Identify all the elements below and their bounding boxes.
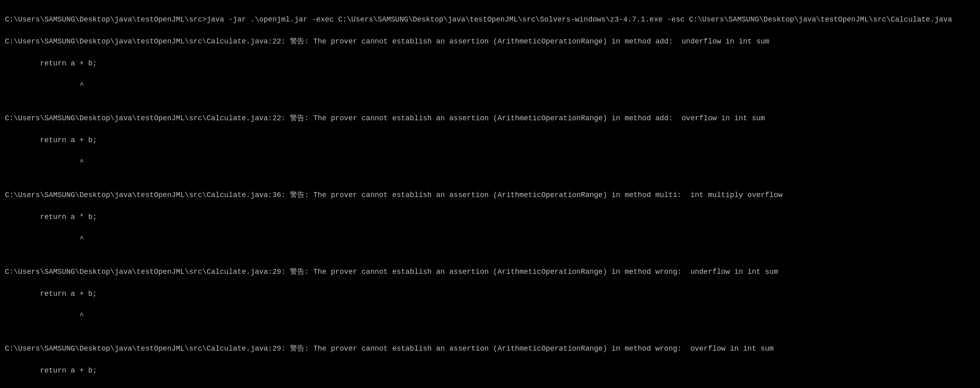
terminal-line-12: ^ [5,234,975,245]
terminal-line-4: ^ [5,80,975,91]
terminal-output: C:\Users\SAMSUNG\Desktop\java\testOpenJM… [5,3,975,388]
terminal-line-10: C:\Users\SAMSUNG\Desktop\java\testOpenJM… [5,190,975,201]
terminal-line-3: return a + b; [5,58,975,69]
terminal-line-2: C:\Users\SAMSUNG\Desktop\java\testOpenJM… [5,36,975,47]
terminal-line-15: return a + b; [5,288,975,299]
terminal-line-6: C:\Users\SAMSUNG\Desktop\java\testOpenJM… [5,113,975,124]
terminal-line-1: C:\Users\SAMSUNG\Desktop\java\testOpenJM… [5,14,975,25]
terminal-line-14: C:\Users\SAMSUNG\Desktop\java\testOpenJM… [5,267,975,277]
terminal-line-8: ^ [5,157,975,168]
terminal-line-16: ^ [5,310,975,321]
terminal-line-7: return a + b; [5,135,975,146]
terminal-line-18: C:\Users\SAMSUNG\Desktop\java\testOpenJM… [5,343,975,354]
terminal-line-19: return a + b; [5,365,975,376]
terminal-line-11: return a * b; [5,212,975,223]
